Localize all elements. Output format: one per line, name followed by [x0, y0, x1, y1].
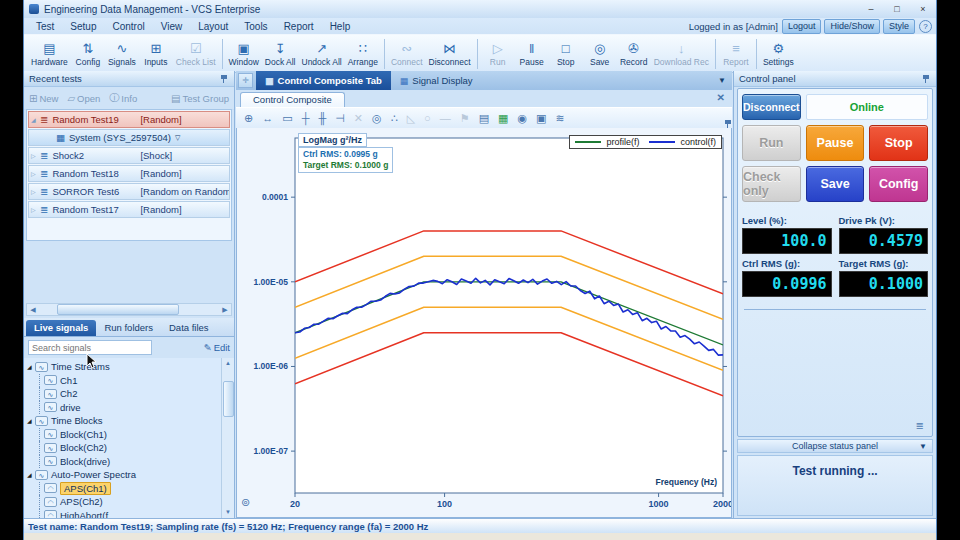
menu-tools[interactable]: Tools — [236, 21, 275, 32]
config-button[interactable]: Config — [869, 166, 928, 202]
expander-icon[interactable]: ▷ — [31, 170, 39, 177]
tree-item-time-streams[interactable]: ◢∿Time Streams — [27, 360, 221, 374]
toolbar-pause-button[interactable]: ‖Pause — [515, 40, 549, 68]
tree-item-block-ch1[interactable]: ∿Block(Ch1) — [39, 428, 221, 442]
plot-nav-icon[interactable]: ⊚ — [241, 496, 250, 509]
annotate-icon[interactable]: ▤ — [479, 113, 489, 124]
horizontal-scrollbar[interactable]: ◀ ▶ — [26, 303, 232, 316]
tab-control-composite[interactable]: Control Composite — [240, 92, 345, 107]
tree-item-auto-power-spectra[interactable]: ◢∿Auto-Power Spectra — [27, 468, 221, 482]
zoom-icon[interactable]: ⊕ — [244, 113, 253, 124]
tab-control-composite-tab[interactable]: ▦Control Composite Tab — [256, 71, 391, 90]
scroll-down-icon[interactable]: ▼ — [222, 507, 234, 518]
pin-icon[interactable] — [220, 74, 229, 84]
menu-view[interactable]: View — [153, 21, 191, 32]
tab-live-signals[interactable]: Live signals — [26, 320, 96, 336]
expander-icon[interactable]: ◢ — [27, 363, 35, 370]
disconnect-button[interactable]: Disconnect — [742, 94, 801, 120]
expander-icon[interactable]: ◢ — [27, 417, 35, 424]
edit-link[interactable]: ✎ Edit — [204, 342, 230, 353]
toolbar-hardware-button[interactable]: ▤Hardware — [28, 40, 71, 68]
vertical-scrollbar[interactable]: ▲ ▼ — [221, 358, 234, 518]
test-row-random-test18[interactable]: ▷≣Random Test18[Random] — [28, 165, 230, 182]
toolbar-stop-button[interactable]: □Stop — [549, 40, 583, 68]
logout-button[interactable]: Logout — [782, 19, 822, 34]
scroll-right-icon[interactable]: ▶ — [219, 306, 231, 314]
save-plot-icon[interactable]: ▣ — [536, 113, 546, 124]
scroll-up-icon[interactable]: ▲ — [222, 358, 234, 369]
tree-item-aps-ch2[interactable]: ◠APS(Ch2) — [39, 495, 221, 509]
tab-run-folders[interactable]: Run folders — [96, 320, 161, 336]
stop-button[interactable]: Stop — [869, 125, 928, 161]
menu-test[interactable]: Test — [28, 21, 62, 32]
expander-icon[interactable]: ▷ — [31, 188, 39, 195]
toolbar-undock-all-button[interactable]: ↗Undock All — [299, 40, 345, 68]
dropdown-icon[interactable]: ▽ — [175, 134, 180, 142]
chevron-down-icon[interactable]: ▼ — [718, 76, 732, 85]
tree-item-drive[interactable]: ∿drive — [39, 401, 221, 415]
tree-item-ch2[interactable]: ∿Ch2 — [39, 387, 221, 401]
cursor-icon[interactable]: ┼ — [302, 113, 310, 124]
fit-icon[interactable]: ↔ — [262, 113, 273, 124]
scroll-left-icon[interactable]: ◀ — [27, 306, 39, 314]
minimize-button[interactable]: – — [858, 2, 884, 17]
menu-help[interactable]: Help — [322, 21, 359, 32]
pin-icon[interactable] — [922, 74, 931, 84]
list-icon[interactable]: ≣ — [916, 420, 924, 431]
harmonic-cursor-icon[interactable]: ╫ — [318, 113, 326, 124]
toolbar-disconnect-button[interactable]: ⋈Disconnect — [426, 40, 474, 68]
style-button[interactable]: Style — [883, 19, 915, 34]
expander-icon[interactable]: ▷ — [31, 206, 39, 213]
tab-data-files[interactable]: Data files — [161, 320, 217, 336]
open-test-button[interactable]: ▱Open — [67, 93, 100, 104]
close-button[interactable]: × — [910, 2, 936, 17]
new-test-button[interactable]: ⊞New — [29, 93, 58, 104]
toolbar-config-button[interactable]: ⇅Config — [71, 40, 105, 68]
scatter-icon[interactable]: ∴ — [391, 113, 398, 124]
toolbar-save-button[interactable]: ◎Save — [583, 40, 617, 68]
menu-report[interactable]: Report — [276, 21, 322, 32]
pause-button[interactable]: Pause — [806, 125, 865, 161]
tree-item-highabort-f[interactable]: ◠HighAbort(f — [39, 509, 221, 519]
toolbar-arrange-button[interactable]: ∷Arrange — [345, 40, 381, 68]
tree-item-ch1[interactable]: ∿Ch1 — [39, 374, 221, 388]
toolbar-inputs-button[interactable]: ⊞Inputs — [139, 40, 173, 68]
excel-export-icon[interactable]: ▦ — [498, 113, 508, 124]
toolbar-settings-button[interactable]: ⚙Settings — [760, 40, 797, 68]
toolbar-signals-button[interactable]: ∿Signals — [105, 40, 139, 68]
marker-label-icon[interactable]: ◎ — [372, 113, 382, 124]
menu-layout[interactable]: Layout — [190, 21, 236, 32]
test-row-shock2[interactable]: ▷≣Shock2[Shock] — [28, 147, 230, 164]
float-window-button[interactable]: ✛ — [238, 73, 253, 88]
tree-item-time-blocks[interactable]: ◢∿Time Blocks — [27, 414, 221, 428]
tree-item-aps-ch1[interactable]: ◠APS(Ch1) — [39, 482, 221, 496]
peak-marker-icon[interactable]: ⊣ — [335, 113, 345, 124]
maximize-button[interactable]: □ — [884, 2, 910, 17]
info-test-button[interactable]: ⓘInfo — [109, 91, 137, 105]
close-icon[interactable]: ✕ — [717, 93, 725, 103]
expander-icon[interactable]: ◢ — [31, 116, 39, 123]
tree-item-block-drive[interactable]: ∿Block(drive) — [39, 455, 221, 469]
test-row-random-test19[interactable]: ◢≣Random Test19[Random] — [28, 111, 230, 128]
snapshot-icon[interactable]: ◉ — [517, 113, 527, 124]
tab-signal-display[interactable]: ▦Signal Display — [391, 71, 482, 90]
system-row[interactable]: ▦System (SYS_2597504)▽ — [28, 129, 230, 146]
test-row-random-test17[interactable]: ▷≣Random Test17[Random] — [28, 201, 230, 218]
scrollbar-thumb[interactable] — [223, 381, 234, 417]
refresh-3d-icon[interactable]: ≋ — [555, 113, 564, 124]
hide-show-button[interactable]: Hide/Show — [824, 19, 880, 34]
scrollbar-thumb[interactable] — [57, 304, 179, 315]
toolbar-window-button[interactable]: ▣Window — [226, 40, 262, 68]
toolbar-record-button[interactable]: ✇Record — [617, 40, 651, 68]
menu-setup[interactable]: Setup — [62, 21, 104, 32]
collapse-status-panel[interactable]: Collapse status panel ▼ — [737, 439, 933, 453]
toolbar-dock-all-button[interactable]: ↧Dock All — [262, 40, 299, 68]
test-group-test-button[interactable]: ▤Test Group — [171, 93, 229, 104]
test-row-sorror-test6[interactable]: ▷≣SORROR Test6[Random on Random and Sin — [28, 183, 230, 200]
expander-icon[interactable]: ◢ — [27, 471, 35, 478]
expander-icon[interactable]: ▷ — [31, 152, 39, 159]
help-icon[interactable]: ? — [919, 20, 932, 33]
save-button[interactable]: Save — [806, 166, 865, 202]
menu-control[interactable]: Control — [104, 21, 152, 32]
card-icon[interactable]: ▭ — [282, 113, 292, 124]
